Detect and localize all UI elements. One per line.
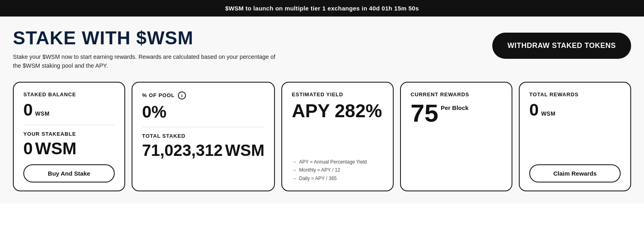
banner-text: $WSM to launch on multiple tier 1 exchan… [225, 5, 419, 12]
current-rewards-value: 75 Per Block [411, 101, 502, 126]
pool-label: % OF POOL [142, 92, 175, 98]
pool-info-icon[interactable]: i [178, 91, 186, 99]
card-divider-1 [23, 125, 115, 125]
header-section: STAKE WITH $WSM Stake your $WSM now to s… [13, 28, 631, 70]
staked-balance-unit: WSM [35, 111, 50, 117]
yield-note-1: APY = Annual Percentage Yield [292, 158, 383, 166]
estimated-yield-label: ESTIMATED YIELD [292, 91, 383, 97]
current-rewards-unit: Per Block [441, 105, 469, 111]
current-rewards-card: CURRENT REWARDS 75 Per Block [400, 82, 512, 191]
pool-percentage-value: 0% [142, 103, 264, 121]
estimated-yield-card: ESTIMATED YIELD APY 282% APY = Annual Pe… [281, 82, 394, 191]
staked-balance-value: 0 WSM [23, 101, 115, 119]
page-title: STAKE WITH $WSM [13, 28, 275, 48]
buy-and-stake-button[interactable]: Buy And Stake [23, 164, 115, 182]
apy-value: APY 282% [292, 101, 383, 121]
page-subtitle: Stake your $WSM now to start earning rew… [13, 52, 275, 70]
main-content: STAKE WITH $WSM Stake your $WSM now to s… [0, 17, 644, 203]
total-rewards-unit: WSM [541, 111, 555, 117]
total-rewards-value: 0 WSM [529, 101, 621, 119]
pool-label-row: % OF POOL i [142, 91, 264, 99]
pool-card: % OF POOL i 0% TOTAL STAKED 71,023,312 W… [132, 82, 275, 191]
withdraw-staked-tokens-button[interactable]: WITHDRAW STAKED TOKENS [492, 33, 631, 59]
total-rewards-label: TOTAL REWARDS [529, 91, 621, 97]
stakeable-unit: WSM [35, 139, 76, 158]
yield-notes: APY = Annual Percentage Yield Monthly = … [292, 158, 383, 182]
header-left: STAKE WITH $WSM Stake your $WSM now to s… [13, 28, 275, 70]
total-staked-value: 71,023,312 WSM [142, 141, 264, 159]
yield-note-2: Monthly = APY / 12 [292, 166, 383, 174]
total-rewards-card: TOTAL REWARDS 0 WSM Claim Rewards [519, 82, 631, 191]
claim-rewards-button[interactable]: Claim Rewards [529, 164, 621, 182]
top-banner: $WSM to launch on multiple tier 1 exchan… [0, 0, 644, 17]
staked-balance-card: STAKED BALANCE 0 WSM YOUR STAKEABLE 0 WS… [13, 82, 125, 191]
stakeable-label: YOUR STAKEABLE [23, 131, 115, 137]
total-staked-unit: WSM [225, 141, 264, 159]
yield-note-3: Daily = APY / 365 [292, 174, 383, 182]
stakeable-value: 0 WSM [23, 139, 115, 158]
cards-row: STAKED BALANCE 0 WSM YOUR STAKEABLE 0 WS… [13, 82, 631, 191]
staked-balance-label: STAKED BALANCE [23, 91, 115, 97]
current-rewards-label: CURRENT REWARDS [411, 91, 502, 97]
total-staked-label: TOTAL STAKED [142, 133, 264, 139]
card-divider-2 [142, 127, 264, 127]
